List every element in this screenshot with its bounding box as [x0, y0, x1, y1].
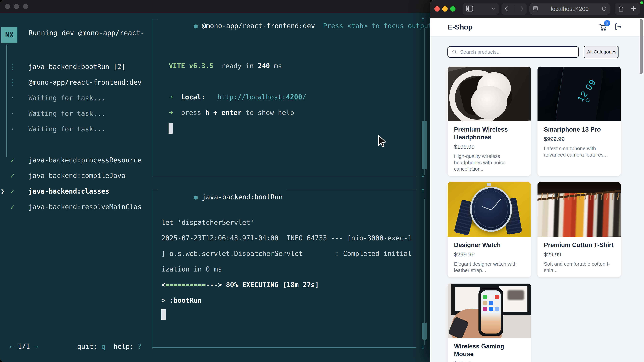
- product-image-mouse: [448, 284, 531, 338]
- gradle-prompt-line: > :bootRun: [161, 297, 202, 304]
- check-icon: ✓: [9, 187, 16, 195]
- log-line: ] o.s.web.servlet.DispatcherServlet : Co…: [161, 250, 412, 257]
- url-text: localhost:4200: [538, 5, 602, 12]
- zoom-window-button[interactable]: [23, 4, 28, 9]
- minimize-window-button[interactable]: [442, 6, 448, 11]
- product-card[interactable]: 12 09 Smartphone 13 Pro $999.99 Latest s…: [537, 66, 621, 176]
- close-window-button[interactable]: [5, 4, 10, 9]
- product-image-watch: [448, 182, 531, 237]
- mouse-cursor: [378, 135, 387, 148]
- product-image-headphones: [448, 67, 531, 121]
- terminal-heading: Running dev @mono-app/react-: [28, 29, 144, 37]
- product-card[interactable]: Premium Wireless Headphones $199.99 High…: [448, 66, 531, 176]
- pane-title-text: @mono-app/react-frontend:dev: [198, 22, 315, 30]
- terminal-cursor: [168, 123, 173, 134]
- safari-window: localhost:4200 E-Shop: [430, 0, 644, 362]
- vite-local-line: ➜ Local: http://localhost:4200/: [169, 93, 306, 101]
- terminal-titlebar: [0, 0, 430, 13]
- minimize-window-button[interactable]: [14, 4, 19, 9]
- arrow-icon: ➜: [169, 93, 173, 101]
- product-name: Smartphone 13 Pro: [544, 126, 614, 133]
- log-line: let 'dispatcherServlet': [161, 219, 254, 226]
- search-input[interactable]: [460, 49, 574, 55]
- reload-icon[interactable]: [602, 6, 607, 12]
- product-card[interactable]: Premium Cotton T-Shirt $29.99 Soft and c…: [537, 182, 621, 277]
- task-label: java-backend:resolveMainClas: [28, 203, 142, 211]
- pane-frontend-output: ● @mono-app/react-frontend:dev Press <ta…: [152, 19, 416, 176]
- new-tab-button[interactable]: [631, 6, 636, 12]
- reader-icon[interactable]: [533, 6, 538, 12]
- task-label: Waiting for task...: [28, 94, 105, 102]
- task-label: Waiting for task...: [28, 125, 105, 133]
- selection-pointer-icon: ❯: [1, 188, 4, 195]
- sidebar-menu-button[interactable]: [492, 7, 496, 10]
- task-dot-icon: ●: [194, 22, 198, 30]
- divider: [514, 5, 514, 12]
- task-label: java-backend:classes: [28, 187, 109, 195]
- scroll-up-icon: ↑: [418, 15, 428, 24]
- share-button[interactable]: [618, 5, 624, 12]
- back-button[interactable]: [504, 6, 508, 12]
- address-bar[interactable]: localhost:4200: [529, 3, 610, 15]
- product-description: Elegant designer watch with leather stra…: [454, 261, 524, 274]
- task-label: java-backend:processResource: [28, 156, 142, 164]
- pane-title-text: java-backend:bootRun: [198, 193, 283, 201]
- product-price: $999.99: [544, 136, 614, 142]
- product-name: Premium Cotton T-Shirt: [544, 241, 614, 249]
- product-card[interactable]: Wireless Gaming Mouse $79.99 High-perfor…: [448, 283, 531, 362]
- task-label: java-backend:compileJava: [28, 172, 126, 179]
- dot-icon: ·: [9, 125, 16, 133]
- product-card[interactable]: Designer Watch $299.99 Elegant designer …: [448, 182, 531, 277]
- terminal-cursor: [161, 309, 166, 320]
- catalog-controls: All Categories: [448, 45, 644, 58]
- sidebar-icon: [466, 5, 473, 12]
- product-image-tshirts: [538, 182, 621, 237]
- check-icon: ✓: [9, 156, 16, 164]
- search-box[interactable]: [448, 46, 579, 58]
- check-icon: ✓: [9, 203, 16, 211]
- cart-button[interactable]: 1: [599, 23, 608, 31]
- localhost-link[interactable]: http://localhost:: [205, 93, 286, 101]
- pane-backend-output: ● java-backend:bootRun let 'dispatcherSe…: [152, 190, 416, 348]
- product-price: $299.99: [454, 251, 524, 258]
- prev-arrow-icon: ←: [10, 343, 14, 350]
- logout-button[interactable]: [614, 23, 622, 31]
- page-scrollbar-thumb[interactable]: [640, 19, 643, 74]
- close-window-button[interactable]: [434, 6, 440, 11]
- shop-brand: E-Shop: [448, 23, 472, 31]
- shop-header: E-Shop 1: [430, 18, 644, 36]
- dot-icon: ·: [9, 94, 16, 102]
- category-selected-value: All Categories: [587, 49, 616, 55]
- category-select[interactable]: All Categories: [584, 45, 618, 58]
- back-chevron-icon: [504, 6, 508, 11]
- screen-recording-indicator: [640, 1, 643, 4]
- forward-button[interactable]: [520, 6, 524, 12]
- dot-icon: ·: [9, 110, 16, 117]
- progress-bar-fill: ==========: [165, 281, 206, 289]
- scroll-up-icon: ↑: [418, 186, 428, 195]
- key-hints: quit: q help: ?: [77, 343, 142, 350]
- task-label: @mono-app/react-frontend:dev: [28, 78, 142, 86]
- task-dot-icon: ●: [194, 193, 198, 201]
- vite-ready-line: VITE v6.3.5 ready in 240 ms: [169, 62, 282, 70]
- nx-logo: NX: [1, 27, 18, 42]
- product-description: Soft and comfortable cotton t-shirt...: [544, 261, 614, 274]
- arrow-icon: ➜: [169, 109, 173, 116]
- product-name: Wireless Gaming Mouse: [454, 343, 524, 358]
- sidebar-toggle-button[interactable]: [466, 5, 473, 12]
- product-price: $79.99: [454, 360, 524, 362]
- pane-frontend-title: ● @mono-app/react-frontend:dev Press <ta…: [158, 14, 430, 37]
- next-arrow-icon: →: [34, 343, 38, 350]
- chevron-down-icon: [492, 7, 496, 10]
- check-icon: ✓: [9, 172, 16, 180]
- zoom-window-button[interactable]: [450, 6, 456, 11]
- eshop-page: E-Shop 1: [430, 18, 644, 362]
- logout-icon: [614, 23, 622, 31]
- log-line: 2025-07-23T12:06:43.971-04:00 INFO 64733…: [161, 234, 412, 242]
- plus-icon: [631, 6, 636, 11]
- scroll-down-icon: ↓: [418, 342, 428, 351]
- pane-backend-title: ● java-backend:bootRun: [158, 185, 286, 209]
- pane-pager: ← 1/1 →: [10, 343, 38, 350]
- product-description: Latest smartphone with advanced camera f…: [544, 145, 614, 158]
- search-icon: [452, 49, 457, 54]
